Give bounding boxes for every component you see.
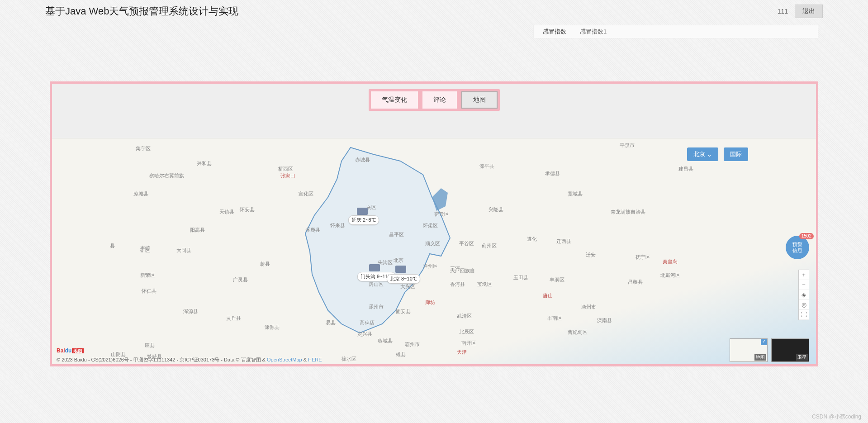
- map-locate-button[interactable]: ◎: [799, 300, 809, 310]
- region-label: 宽城县: [568, 190, 583, 197]
- map-fullscreen-button[interactable]: ⛶: [799, 310, 809, 320]
- region-label: 唐山: [543, 292, 553, 299]
- district-label: 密云区: [434, 211, 449, 218]
- region-label: 凉城县: [133, 190, 148, 197]
- region-label: 北辰区: [459, 328, 474, 335]
- district-label: 北京: [394, 257, 403, 264]
- region-label: 涞源县: [265, 324, 280, 331]
- region-label: 曹妃甸区: [568, 329, 588, 336]
- region-label: 武清区: [457, 313, 472, 319]
- region-label: 滦州市: [581, 304, 596, 310]
- warning-line1: 预警: [792, 242, 802, 247]
- region-label: 遵化: [527, 236, 537, 242]
- region-label: 建昌县: [678, 166, 693, 172]
- warning-button[interactable]: 1502 预警 信息: [786, 236, 809, 259]
- main-panel: 气温变化 评论 地图 集宁区凉城县丰镇兴和县察哈尔右翼前旗桥西区张家口怀安县宣化…: [50, 81, 818, 366]
- tab-comment[interactable]: 评论: [422, 91, 457, 109]
- region-label: 北戴河区: [660, 272, 680, 279]
- intl-button[interactable]: 国际: [724, 147, 748, 161]
- region-label: 青龙满族自治县: [611, 209, 645, 215]
- cold-index-value: 感冒指数1: [580, 28, 607, 36]
- region-label: 怀安县: [240, 206, 255, 213]
- region-label: 霸州市: [405, 341, 420, 348]
- region-label: 抚宁区: [636, 254, 650, 261]
- region-label: 容城县: [378, 337, 393, 344]
- baidu-logo: Baidu地图: [57, 347, 84, 354]
- cold-index-label: 感冒指数: [543, 28, 566, 36]
- logout-button[interactable]: 退出: [795, 5, 823, 18]
- weather-popup-yanqing[interactable]: 延庆 2~8℃: [348, 215, 379, 225]
- weather-text: 延庆 2~8℃: [351, 217, 376, 223]
- region-label: 迁西县: [556, 238, 571, 245]
- region-label: 兴和县: [197, 160, 212, 167]
- map-controls: + − ◈ ◎ ⛶: [798, 270, 809, 320]
- region-label: 矿区: [140, 247, 150, 254]
- region-label: 徐水区: [342, 356, 356, 362]
- region-label: 玉田县: [513, 274, 528, 281]
- zoom-in-button[interactable]: +: [799, 270, 809, 280]
- region-label: 滦南县: [597, 317, 612, 324]
- page-title: 基于Java Web天气预报管理系统设计与实现: [45, 5, 778, 18]
- district-label: 怀柔区: [423, 222, 438, 229]
- district-label: 灰区: [366, 204, 376, 211]
- map-layer-button[interactable]: ◈: [799, 290, 809, 300]
- user-number: 111: [778, 8, 788, 15]
- rain-icon: [369, 264, 380, 271]
- region-label: 滦平县: [479, 163, 494, 170]
- region-label: 大厂回族自: [450, 267, 475, 274]
- region-label: 秦皇岛: [663, 258, 678, 265]
- region-label: 平泉市: [620, 142, 635, 149]
- region-label: 定兴县: [357, 331, 372, 337]
- district-label: 房山区: [369, 281, 384, 288]
- here-link[interactable]: HERE: [308, 357, 322, 362]
- region-label: 蔚县: [260, 261, 270, 267]
- warning-line2: 信息: [792, 247, 802, 253]
- region-label: 察哈尔右翼前旗: [149, 172, 184, 179]
- minimap-label: 卫星: [796, 354, 808, 361]
- region-label: 赤城县: [355, 157, 370, 163]
- region-label: 承德县: [545, 170, 560, 177]
- district-label: 大兴区: [400, 283, 415, 290]
- check-icon: ✓: [761, 339, 767, 345]
- osm-link[interactable]: OpenStreetMap: [267, 357, 302, 362]
- tab-bar: 气温变化 评论 地图: [369, 89, 500, 111]
- region-label: 集宁区: [136, 145, 151, 152]
- region-label: 新荣区: [140, 272, 155, 279]
- zoom-out-button[interactable]: −: [799, 280, 809, 290]
- region-select-button[interactable]: 北京 ⌄: [687, 147, 718, 161]
- region-label: 丰南区: [547, 315, 562, 322]
- region-label: 香河县: [450, 281, 465, 288]
- region-label: 天镇县: [219, 209, 234, 215]
- region-label: 易县: [326, 319, 336, 326]
- tab-temperature[interactable]: 气温变化: [371, 91, 418, 109]
- region-label: 县: [110, 242, 115, 249]
- warning-count-badge: 1502: [799, 233, 814, 239]
- district-label: 通州区: [423, 263, 438, 270]
- cloud-icon: [357, 208, 368, 215]
- weather-text: 北京 8~10℃: [390, 276, 417, 282]
- region-label: 兴隆县: [489, 206, 503, 213]
- region-label: 昌黎县: [628, 279, 643, 285]
- region-label: 北京: [693, 150, 705, 158]
- minimap-standard[interactable]: ✓ 地图: [730, 338, 768, 362]
- region-label: 固安县: [396, 308, 411, 315]
- district-label: 顺义区: [425, 240, 440, 247]
- region-label: 涿州市: [369, 304, 384, 310]
- region-label: 涿鹿县: [305, 227, 320, 233]
- rain-icon: [395, 266, 406, 273]
- region-label: 怀来县: [330, 222, 345, 229]
- region-label: 桥西区: [278, 166, 293, 172]
- region-label: 天津: [457, 349, 467, 356]
- region-label: 怀仁县: [142, 288, 157, 295]
- map-area[interactable]: 集宁区凉城县丰镇兴和县察哈尔右翼前旗桥西区张家口怀安县宣化区涿鹿县怀来县赤城县滦…: [52, 138, 816, 364]
- region-label: 浑源县: [183, 308, 198, 315]
- minimap-satellite[interactable]: 卫星: [771, 338, 809, 362]
- region-label: 蓟州区: [482, 242, 497, 249]
- region-label: 应县: [145, 342, 155, 349]
- region-label: 南开区: [461, 340, 476, 347]
- region-label: 廊坊: [425, 299, 435, 306]
- region-label: 宣化区: [299, 190, 313, 197]
- weather-popup-beijing[interactable]: 北京 8~10℃: [387, 274, 420, 284]
- tab-map[interactable]: 地图: [461, 91, 498, 109]
- map-copyright: © 2023 Baidu - GS(2021)6026号 - 甲测资字11111…: [57, 356, 322, 363]
